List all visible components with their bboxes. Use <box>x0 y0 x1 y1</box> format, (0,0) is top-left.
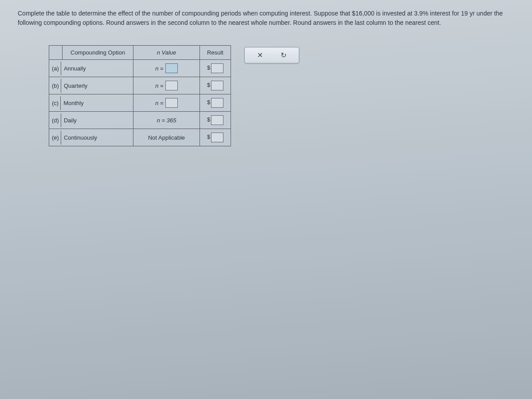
close-icon: ✕ <box>257 51 263 59</box>
row-letter: (e) <box>49 131 61 145</box>
row-option: Quarterly <box>61 79 133 93</box>
result-cell: $ <box>200 77 231 94</box>
nvalue-cell: Not Applicable <box>133 129 200 146</box>
row-letter: (b) <box>49 79 61 93</box>
dollar-sign: $ <box>207 116 210 123</box>
result-cell: $ <box>200 94 231 112</box>
dollar-sign: $ <box>207 64 210 71</box>
reset-icon: ↻ <box>281 51 286 59</box>
row-letter: (c) <box>49 96 60 110</box>
row-letter: (a) <box>49 62 61 75</box>
table-row: (a) Annually n = $ <box>49 60 231 77</box>
header-blank <box>49 46 63 60</box>
row-option: Daily <box>61 113 133 127</box>
result-input[interactable] <box>211 81 223 90</box>
row-option: Continuously <box>61 131 133 145</box>
dollar-sign: $ <box>207 133 210 140</box>
result-cell: $ <box>200 60 231 77</box>
reset-button[interactable]: ↻ <box>281 51 286 59</box>
n-input[interactable] <box>165 98 178 108</box>
n-input[interactable] <box>165 81 178 90</box>
dollar-sign: $ <box>207 82 210 88</box>
row-letter: (d) <box>49 113 61 127</box>
answer-toolbar: ✕ ↻ <box>244 47 299 63</box>
result-input[interactable] <box>211 98 223 108</box>
n-equals-label: n = <box>155 100 163 106</box>
result-input[interactable] <box>211 63 223 73</box>
header-nvalue: n Value <box>133 46 200 60</box>
nvalue-cell: n = <box>133 94 200 112</box>
result-input[interactable] <box>211 133 223 142</box>
table-row: (b) Quarterly n = $ <box>49 77 231 94</box>
table-row: (d) Daily n = 365 $ <box>49 112 231 129</box>
result-cell: $ <box>200 112 231 129</box>
row-option: Monthly <box>61 96 133 110</box>
n-input[interactable] <box>165 63 178 73</box>
table-row: (e) Continuously Not Applicable $ <box>49 129 231 146</box>
header-result: Result <box>200 46 231 60</box>
n-equals-label: n = <box>155 82 163 89</box>
result-cell: $ <box>200 129 231 146</box>
content-area: Compounding Option n Value Result (a) An… <box>18 45 514 146</box>
not-applicable-label: Not Applicable <box>148 134 185 141</box>
result-input[interactable] <box>211 115 223 125</box>
n-equals-label-fixed: n = 365 <box>157 117 176 124</box>
dollar-sign: $ <box>207 99 210 106</box>
close-button[interactable]: ✕ <box>257 51 263 59</box>
nvalue-cell: n = <box>133 60 200 77</box>
compounding-table: Compounding Option n Value Result (a) An… <box>49 45 231 146</box>
n-equals-label: n = <box>155 65 163 72</box>
problem-instructions: Complete the table to determine the effe… <box>18 9 514 27</box>
table-row: (c) Monthly n = $ <box>49 94 231 112</box>
nvalue-cell: n = 365 <box>133 112 200 129</box>
nvalue-cell: n = <box>133 77 200 94</box>
header-compounding: Compounding Option <box>63 46 133 60</box>
row-option: Annually <box>61 62 133 75</box>
